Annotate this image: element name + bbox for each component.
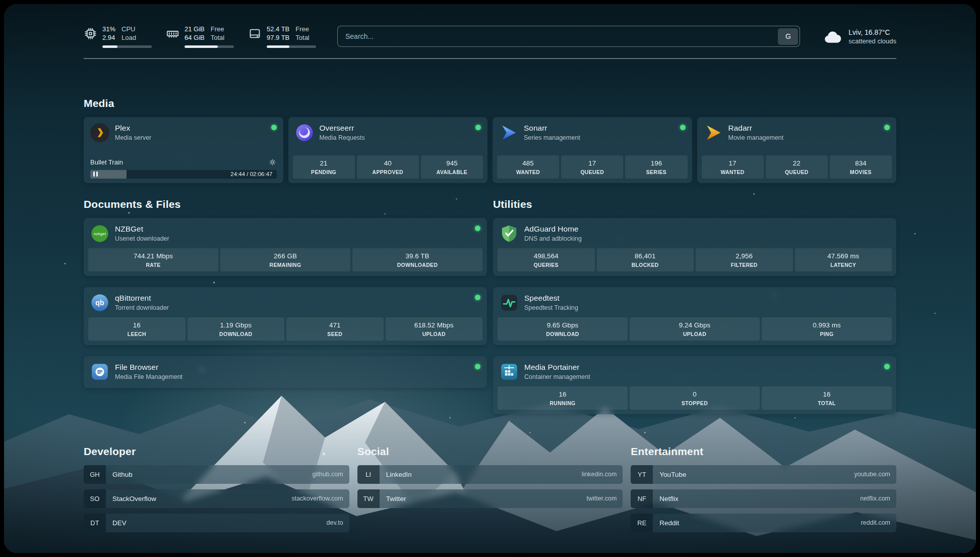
disk-widget: 52.4 TB 97.9 TB Free Total (248, 25, 316, 48)
bookmark-youtube[interactable]: YT YouTube youtube.com (631, 465, 896, 484)
service-card-filebrowser[interactable]: File Browser Media File Management (84, 356, 487, 388)
section-documents: Documents & Files nzbget (84, 198, 487, 414)
search-input[interactable] (339, 32, 778, 40)
cpu-label-top: CPU (121, 25, 136, 34)
stat-block: 47.569 ms LATENCY (795, 248, 892, 271)
pause-icon[interactable] (93, 172, 98, 177)
bookmark-abbr: RE (631, 514, 653, 532)
playback-progress-bar[interactable]: 24:44 / 02:06:47 (90, 170, 277, 179)
stat-value: 266 GB (222, 252, 348, 260)
service-name: Speedtest (524, 294, 578, 303)
stat-value: 485 (499, 159, 557, 167)
bookmark-name: YouTube (659, 471, 686, 478)
stat-block: 16 LEECH (88, 317, 186, 341)
section-heading-media: Media (84, 97, 896, 109)
stat-block: 485 WANTED (497, 155, 559, 179)
bookmark-domain: netflix.com (860, 495, 890, 502)
stat-value: 2,956 (698, 252, 791, 260)
bookmark-name: DEV (112, 519, 127, 527)
section-utilities: Utilities (493, 198, 896, 414)
bookmark-name: Netflix (659, 495, 679, 503)
status-dot (475, 295, 480, 300)
stat-value: 16 (90, 321, 183, 329)
service-card-sonarr[interactable]: Sonarr Series management 485 WANTED 17 Q… (493, 117, 692, 183)
gear-icon[interactable] (268, 158, 277, 166)
service-subtitle: Usenet downloader (115, 235, 169, 242)
search-bar: G (337, 26, 800, 47)
stat-value: 47.569 ms (797, 252, 890, 260)
bookmark-netflix[interactable]: NF Netflix netflix.com (631, 489, 896, 508)
stat-value: 471 (288, 321, 382, 329)
status-dot (271, 125, 277, 130)
stat-label: STOPPED (632, 400, 758, 406)
stat-block: 618.52 Mbps UPLOAD (386, 317, 483, 341)
bookmark-abbr: GH (84, 465, 106, 484)
stat-block: 744.21 Mbps RATE (88, 248, 218, 271)
stat-block: 21 PENDING (293, 155, 355, 179)
bookmark-github[interactable]: GH Github github.com (84, 465, 349, 484)
stat-value: 9.24 Gbps (632, 321, 758, 329)
memory-free: 21 GiB (185, 25, 205, 34)
stat-value: 744.21 Mbps (90, 252, 216, 260)
bookmark-abbr: SO (84, 489, 106, 508)
bookmark-abbr: DT (84, 514, 106, 532)
service-subtitle: Series management (524, 134, 580, 141)
bookmark-twitter[interactable]: TW Twitter twitter.com (357, 489, 623, 508)
service-card-speedtest[interactable]: Speedtest Speedtest Tracking 9.65 Gbps D… (493, 287, 896, 345)
service-name: File Browser (115, 363, 182, 372)
stat-block: 17 WANTED (702, 155, 764, 179)
service-subtitle: Speedtest Tracking (524, 304, 578, 311)
bookmark-domain: twitter.com (587, 495, 617, 502)
stat-label: PING (764, 331, 890, 337)
bookmark-reddit[interactable]: RE Reddit reddit.com (631, 514, 896, 532)
service-card-nzbget[interactable]: nzbget NZBGet Usenet downloader 74 (84, 218, 487, 276)
bookmark-linkedin[interactable]: LI LinkedIn linkedin.com (357, 465, 623, 484)
stat-value: 945 (423, 159, 481, 167)
bookmark-dev[interactable]: DT DEV dev.to (84, 514, 349, 532)
stat-value: 834 (832, 159, 890, 167)
service-card-plex[interactable]: Plex Media server Bullet Train (84, 117, 283, 183)
stat-label: WANTED (704, 169, 762, 175)
memory-icon (166, 27, 179, 40)
search-provider-button[interactable]: G (778, 28, 798, 45)
bookmark-stackoverflow[interactable]: SO StackOverflow stackoverflow.com (84, 489, 349, 508)
service-card-overseerr[interactable]: Overseerr Media Requests 21 PENDING 40 A… (288, 117, 488, 183)
memory-total: 64 GiB (185, 34, 205, 42)
speedtest-icon (500, 293, 519, 312)
bookmark-domain: github.com (313, 471, 343, 478)
weather-widget: Lviv, 16.87°C scattered clouds (823, 28, 896, 45)
service-card-qbittorrent[interactable]: qb qBittorrent Torrent downloader (84, 287, 487, 345)
disk-label-bottom: Total (295, 34, 309, 42)
stat-value: 22 (768, 159, 826, 167)
bookmark-name: Reddit (659, 519, 679, 527)
topbar-divider (84, 58, 896, 59)
service-name: NZBGet (115, 225, 169, 234)
service-card-adguard[interactable]: AdGuard Home DNS and adblocking 498,564 … (493, 218, 896, 276)
stat-label: WANTED (499, 169, 557, 175)
bookmark-group-developer: Developer GH Github github.com SO StackO… (84, 445, 349, 538)
stat-value: 9.65 Gbps (500, 321, 626, 329)
nzbget-icon: nzbget (90, 224, 109, 243)
stat-block: 16 RUNNING (498, 386, 628, 410)
weather-condition: scattered clouds (848, 37, 896, 45)
stat-label: MOVIES (832, 169, 890, 175)
service-card-radarr[interactable]: Radarr Movie management 17 WANTED 22 QUE… (697, 117, 897, 183)
cpu-usage-bar (102, 45, 152, 48)
disk-usage-bar (267, 45, 316, 48)
resource-widgets: 31% 2.94 CPU Load (84, 25, 316, 48)
stat-block: 9.24 Gbps UPLOAD (630, 317, 760, 341)
stat-value: 16 (500, 391, 626, 398)
bookmark-name: LinkedIn (386, 471, 412, 478)
stat-block: 196 SERIES (625, 155, 687, 179)
adguard-icon (500, 224, 519, 243)
stat-value: 17 (704, 159, 762, 167)
stat-label: DOWNLOAD (500, 331, 626, 337)
service-card-portainer[interactable]: Media Portainer Container management 16 … (493, 356, 896, 414)
stat-block: 16 TOTAL (762, 386, 892, 410)
stat-block: 39.6 TB DOWNLOADED (352, 248, 482, 271)
bookmark-domain: youtube.com (854, 471, 890, 478)
weather-location: Lviv, 16.87°C (848, 28, 896, 36)
stat-label: FILTERED (698, 262, 791, 268)
status-dot (475, 364, 480, 369)
bookmark-group-social: Social LI LinkedIn linkedin.com TW Twitt… (357, 445, 623, 538)
